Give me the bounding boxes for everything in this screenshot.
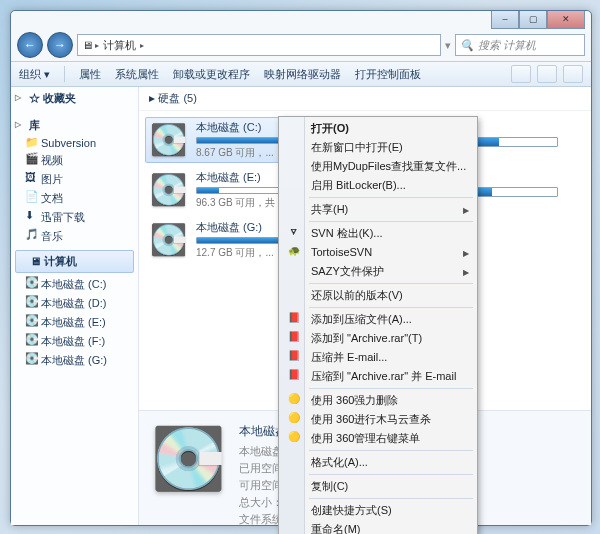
menu-item[interactable]: 使用MyDupFiles查找重复文件...	[281, 157, 475, 176]
menu-separator	[309, 474, 473, 475]
search-icon: 🔍	[460, 39, 474, 52]
search-input[interactable]: 🔍 搜索 计算机	[455, 34, 585, 56]
folder-icon: 🎬	[25, 152, 39, 166]
menu-item[interactable]: 🐢TortoiseSVN▶	[281, 243, 475, 262]
menu-item[interactable]: 📕添加到压缩文件(A)...	[281, 310, 475, 329]
maximize-button[interactable]: ▢	[519, 11, 547, 29]
sidebar-item[interactable]: 🎵音乐	[11, 227, 138, 246]
menu-separator	[309, 197, 473, 198]
breadcrumb-segment[interactable]: 计算机	[101, 38, 138, 53]
folder-icon: 📁	[25, 136, 39, 150]
sidebar-item[interactable]: ⬇迅雷下载	[11, 208, 138, 227]
menu-item[interactable]: 📕添加到 "Archive.rar"(T)	[281, 329, 475, 348]
drive-icon: 💽	[25, 276, 39, 290]
drive-icon: 💽	[148, 120, 188, 160]
menu-separator	[309, 498, 473, 499]
menu-icon: 🟡	[285, 410, 303, 425]
menu-item[interactable]: 在新窗口中打开(E)	[281, 138, 475, 157]
navigation-pane: ☆ 收藏夹 库 📁Subversion🎬视频🖼图片📄文档⬇迅雷下载🎵音乐 🖥 计…	[11, 87, 139, 525]
context-menu: 打开(O)在新窗口中打开(E)使用MyDupFiles查找重复文件...启用 B…	[278, 116, 478, 534]
folder-icon: 🎵	[25, 228, 39, 242]
menu-item[interactable]: 复制(C)	[281, 477, 475, 496]
menu-icon: 📕	[285, 310, 303, 325]
sidebar-drive-item[interactable]: 💽本地磁盘 (E:)	[11, 313, 138, 332]
back-button[interactable]: ←	[17, 32, 43, 58]
section-header: ▸ 硬盘 (5)	[139, 87, 591, 111]
close-button[interactable]: ✕	[547, 11, 585, 29]
menu-item[interactable]: 📕压缩到 "Archive.rar" 并 E-mail	[281, 367, 475, 386]
search-placeholder: 搜索 计算机	[478, 38, 536, 53]
control-panel-button[interactable]: 打开控制面板	[355, 67, 421, 82]
properties-button[interactable]: 属性	[79, 67, 101, 82]
breadcrumb[interactable]: 🖥 ▸ 计算机 ▸	[77, 34, 441, 56]
sidebar-item[interactable]: 🖼图片	[11, 170, 138, 189]
folder-icon: ⬇	[25, 209, 39, 223]
star-icon: ☆	[29, 92, 40, 104]
menu-item[interactable]: SAZY文件保护▶	[281, 262, 475, 281]
drive-icon: 💽	[25, 333, 39, 347]
menu-icon: 📕	[285, 367, 303, 382]
command-bar: 组织 ▾ 属性 系统属性 卸载或更改程序 映射网络驱动器 打开控制面板	[11, 61, 591, 87]
chevron-right-icon: ▶	[463, 203, 469, 218]
sidebar-item[interactable]: 📁Subversion	[11, 135, 138, 151]
menu-item[interactable]: 重命名(M)	[281, 520, 475, 534]
system-props-button[interactable]: 系统属性	[115, 67, 159, 82]
drive-icon: 💽	[25, 295, 39, 309]
drive-icon: 💽	[25, 352, 39, 366]
menu-item[interactable]: 打开(O)	[281, 119, 475, 138]
chevron-right-icon: ▸	[140, 41, 144, 50]
menu-separator	[309, 221, 473, 222]
menu-icon: ⛛	[285, 224, 303, 239]
forward-button[interactable]: →	[47, 32, 73, 58]
menu-icon: 📕	[285, 348, 303, 363]
sidebar-item[interactable]: 📄文档	[11, 189, 138, 208]
menu-separator	[309, 307, 473, 308]
minimize-button[interactable]: –	[491, 11, 519, 29]
organize-button[interactable]: 组织 ▾	[19, 67, 50, 82]
computer-icon: 🖥	[82, 39, 93, 51]
menu-item[interactable]: 🟡使用 360强力删除	[281, 391, 475, 410]
menu-item[interactable]: 格式化(A)...	[281, 453, 475, 472]
preview-pane-button[interactable]	[537, 65, 557, 83]
drive-icon: 💽	[148, 220, 188, 260]
nav-toolbar: ← → 🖥 ▸ 计算机 ▸ ▾ 🔍 搜索 计算机	[11, 29, 591, 61]
view-button[interactable]	[511, 65, 531, 83]
menu-icon: 🟡	[285, 429, 303, 444]
menu-item[interactable]: 启用 BitLocker(B)...	[281, 176, 475, 195]
sidebar-item[interactable]: 🎬视频	[11, 151, 138, 170]
menu-separator	[309, 388, 473, 389]
sidebar-drive-item[interactable]: 💽本地磁盘 (C:)	[11, 275, 138, 294]
menu-item[interactable]: 🟡使用 360管理右键菜单	[281, 429, 475, 448]
menu-item[interactable]: 📕压缩并 E-mail...	[281, 348, 475, 367]
drive-icon: 💽	[25, 314, 39, 328]
drive-icon: 💽	[148, 170, 188, 210]
sidebar-drive-item[interactable]: 💽本地磁盘 (G:)	[11, 351, 138, 370]
drive-icon: 💽	[147, 419, 229, 501]
menu-item[interactable]: ⛛SVN 检出(K)...	[281, 224, 475, 243]
menu-separator	[309, 450, 473, 451]
menu-item[interactable]: 还原以前的版本(V)	[281, 286, 475, 305]
favorites-group[interactable]: ☆ 收藏夹	[11, 87, 138, 108]
folder-icon: 📄	[25, 190, 39, 204]
menu-icon: 🟡	[285, 391, 303, 406]
chevron-right-icon: ▶	[463, 265, 469, 280]
folder-icon: 🖼	[25, 171, 39, 185]
uninstall-button[interactable]: 卸载或更改程序	[173, 67, 250, 82]
chevron-right-icon: ▸	[95, 41, 99, 50]
map-drive-button[interactable]: 映射网络驱动器	[264, 67, 341, 82]
menu-separator	[309, 283, 473, 284]
libraries-group[interactable]: 库	[11, 114, 138, 135]
menu-item[interactable]: 共享(H)▶	[281, 200, 475, 219]
menu-icon: 📕	[285, 329, 303, 344]
sidebar-drive-item[interactable]: 💽本地磁盘 (D:)	[11, 294, 138, 313]
menu-item[interactable]: 创建快捷方式(S)	[281, 501, 475, 520]
caption-buttons: – ▢ ✕	[491, 11, 585, 29]
sidebar-drive-item[interactable]: 💽本地磁盘 (F:)	[11, 332, 138, 351]
menu-icon: 🐢	[285, 243, 303, 258]
chevron-right-icon: ▶	[463, 246, 469, 261]
menu-item[interactable]: 🟡使用 360进行木马云查杀	[281, 410, 475, 429]
help-button[interactable]	[563, 65, 583, 83]
computer-group[interactable]: 🖥 计算机	[15, 250, 134, 273]
